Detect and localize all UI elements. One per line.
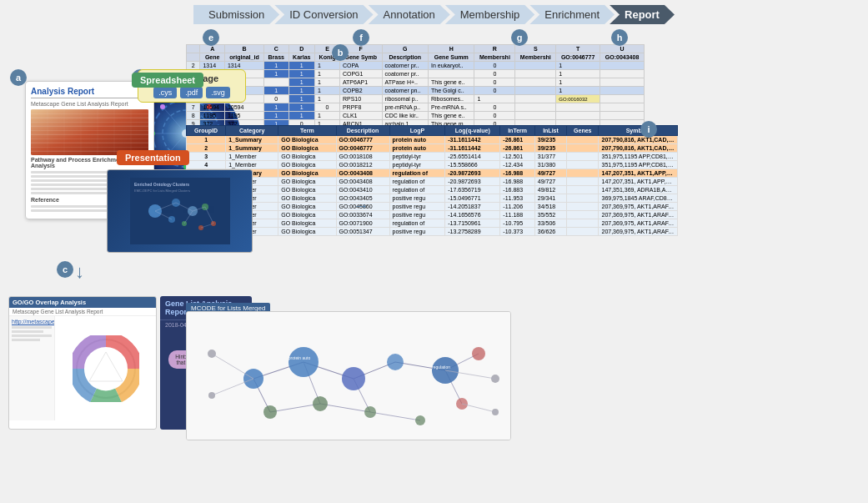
spreadsheet-header-row: Geneoriginal_idBrassKarlasKonigGene Symb… xyxy=(187,53,645,62)
results-row: 52_SummaryGO BiologicaGO:0043408regulati… xyxy=(187,169,678,178)
spreadsheet-row: 453753711ATP6AP1ATPase H+..This gene e..… xyxy=(187,78,645,87)
svg-text:protein auto: protein auto xyxy=(288,355,311,360)
svg-point-66 xyxy=(342,367,365,390)
left-panel: a d Analysis Report Metascape Gene List … xyxy=(8,29,175,503)
results-row: 122_MemberGO BiologicaGO:0051347positive… xyxy=(187,228,678,236)
results-row: 62_MemberGO BiologicaGO:0043408regulatio… xyxy=(187,178,678,186)
svg-point-65 xyxy=(288,347,319,377)
results-table: GroupID Category Term Description LogP L… xyxy=(186,125,678,236)
label-c: c xyxy=(57,261,73,278)
network-svg: protein auto regulation xyxy=(187,312,511,440)
svg-point-25 xyxy=(160,104,165,109)
go-overlap-title: GO/GO Overlap Analysis xyxy=(9,297,156,308)
network-bottom-right: protein auto regulation xyxy=(186,311,511,440)
svg-text:EMC-DEPC for Lists Merged Clus: EMC-DEPC for Lists Merged Clusters xyxy=(134,189,190,193)
nav-item-report[interactable]: Report xyxy=(610,5,675,24)
nav-item-submission[interactable]: Submission xyxy=(193,5,279,24)
main-content: a d Analysis Report Metascape Gene List … xyxy=(0,29,868,503)
results-row: 82_MemberGO BiologicaGO:0043405positive … xyxy=(187,194,678,203)
label-i: i xyxy=(640,121,657,138)
label-g: g xyxy=(511,29,528,46)
go-overlap-subtitle: Metascape Gene List Analysis Report xyxy=(9,308,156,316)
svg-point-47 xyxy=(89,352,123,385)
results-row: 72_MemberGO BiologicaGO:0043410regulatio… xyxy=(187,186,678,194)
results-row: 102_MemberGO BiologicaGO:0033674positive… xyxy=(187,211,678,219)
results-row: 92_MemberGO BiologicaGO:0045860positive … xyxy=(187,203,678,211)
spreadsheet-row: 592769276111COPB2coatomer pn..The Golgi … xyxy=(187,87,645,95)
zip-buttons: .cys .pdf .svg xyxy=(145,87,238,98)
svg-point-70 xyxy=(313,396,328,411)
label-h: h xyxy=(611,29,628,46)
zip-cys-button[interactable]: .cys xyxy=(153,87,177,98)
results-row: 11_SummaryGO BiologicaGO:0046777protein … xyxy=(187,136,678,144)
label-f: f xyxy=(353,29,369,46)
svg-point-73 xyxy=(472,347,485,360)
nav-item-enrichment[interactable]: Enrichment xyxy=(529,5,615,24)
results-row: 21_SummaryGO BiologicaGO:0046777protein … xyxy=(187,144,678,153)
svg-rect-0 xyxy=(31,109,148,155)
presentation-slide: Enriched Ontology Clusters EMC-DEPC for … xyxy=(107,169,253,253)
analysis-report-subtitle: Metascape Gene List Analysis Report xyxy=(31,101,148,107)
spreadsheet-table: A B C D E F G H R S T U Geneoriginal_idB… xyxy=(186,44,645,137)
right-panel: e f g h i b A B C D E F G H R S xyxy=(186,29,860,503)
svg-text:regulation: regulation xyxy=(432,365,450,370)
results-row: 112_MemberGO BiologicaGO:0071900regulati… xyxy=(187,219,678,228)
svg-rect-28 xyxy=(130,178,230,244)
results-row: 41_MemberGO BiologicaGO:0018212peptidyl-… xyxy=(187,161,678,169)
arrow-down: ↓ xyxy=(75,261,84,283)
navigation-bar: SubmissionID ConversionAnnotationMembers… xyxy=(0,0,868,29)
nav-item-annotation[interactable]: Annotation xyxy=(369,5,450,24)
zip-pdf-button[interactable]: .pdf xyxy=(180,87,203,98)
svg-point-69 xyxy=(263,405,277,419)
analysis-report-title: Analysis Report xyxy=(31,87,148,98)
arrow-right: → xyxy=(353,196,369,215)
spreadsheet-row: 662046204011RPS10ribosomal p..Ribosomes.… xyxy=(187,95,645,103)
results-row: 31_MemberGO BiologicaGO:0018108peptidyl-… xyxy=(187,153,678,161)
label-a: a xyxy=(10,69,27,86)
nav-item-membership[interactable]: Membership xyxy=(445,5,535,24)
spreadsheet-row: 71059410594110PRPF8pre-mRNA p..Pre-mRNA … xyxy=(187,103,645,112)
spreadsheet-row: 811951195111CLK1CDC like kir..This gene … xyxy=(187,112,645,120)
spreadsheet-row: 213141314111COPAcoatomer pr..In eukaryot… xyxy=(187,62,645,70)
go-overlap-link[interactable]: http://metascape.org xyxy=(12,319,52,324)
label-e: e xyxy=(203,29,219,46)
svg-point-72 xyxy=(415,415,425,425)
circular-chart xyxy=(73,335,139,402)
presentation-label: Presentation xyxy=(117,150,189,165)
svg-point-67 xyxy=(387,354,404,370)
svg-point-71 xyxy=(364,406,376,418)
zip-svg-button[interactable]: .svg xyxy=(206,87,230,98)
nav-item-id-conversion[interactable]: ID Conversion xyxy=(274,5,373,24)
go-overlap-panel: GO/GO Overlap Analysis Metascape Gene Li… xyxy=(8,296,157,430)
spreadsheet-label: Spreadsheet xyxy=(132,73,203,88)
svg-text:Enriched Ontology Clusters: Enriched Ontology Clusters xyxy=(134,182,189,187)
label-b: b xyxy=(332,44,349,61)
analysis-report-chart xyxy=(31,109,148,155)
spreadsheet-row: 32282022820111COPG1coatomer pr..01 xyxy=(187,70,645,78)
